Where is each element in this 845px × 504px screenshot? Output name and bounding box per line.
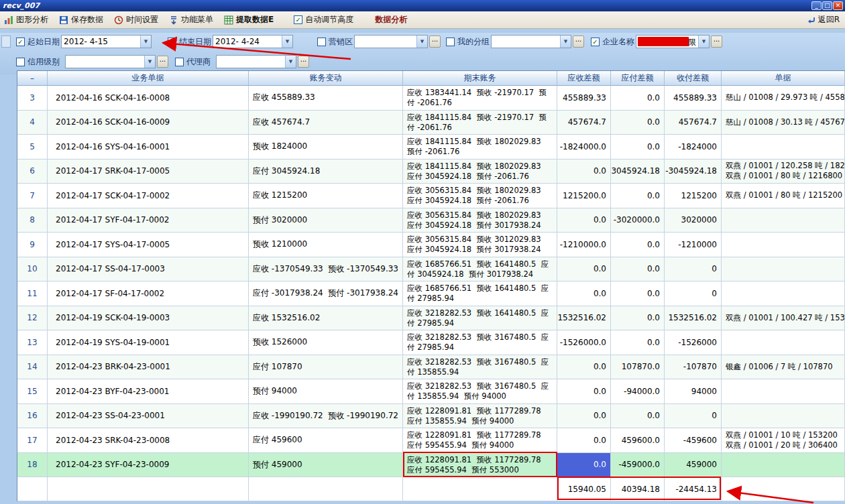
table-row[interactable]: 102012-04-17 SS-04-17-0003应收 -1370549.33… (17, 257, 845, 282)
chevron-down-icon[interactable]: ▼ (282, 36, 292, 48)
change-cell[interactable]: 应收 -1370549.33 预收 -1370549.33 (249, 257, 403, 282)
column-header[interactable]: 单据 (722, 71, 845, 86)
table-row[interactable]: 32012-04-16 SCK-04-16-0008应收 455889.33应收… (17, 86, 845, 111)
detail-cell[interactable] (722, 281, 845, 306)
ending-balance-cell[interactable]: 应收 1685766.51 预收 1641480.5 应付 27985.94 (403, 281, 557, 306)
net-diff-cell[interactable]: -3045924.18 (665, 160, 722, 184)
ending-balance-cell[interactable]: 应收 1841115.84 预收 1802029.83 应付 3045924.1… (403, 160, 557, 184)
pay-diff-cell[interactable]: -459000.0 (611, 453, 665, 478)
recv-diff-cell[interactable]: 457674.7 (557, 111, 611, 135)
detail-cell[interactable]: 双燕 / 01001 / 80 吨 / 1215200 (722, 184, 845, 208)
change-cell[interactable]: 应收 1215200 (249, 184, 403, 208)
detail-cell[interactable]: 双燕 / 01001 / 120.258 吨 / 1829124.18 双燕 /… (722, 160, 845, 184)
start-date-combo[interactable]: 2012- 4-15 ▼ (61, 35, 152, 48)
doc-cell[interactable]: 2012-04-23 SYF-04-23-0009 (48, 453, 249, 478)
doc-cell[interactable]: 2012-04-19 SCK-04-19-0003 (48, 306, 249, 331)
row-number-cell[interactable]: 7 (17, 184, 48, 208)
row-number-cell[interactable]: 13 (17, 330, 48, 355)
recv-diff-cell[interactable]: 1532516.02 (557, 306, 611, 331)
pay-diff-cell[interactable]: 0.0 (611, 281, 665, 306)
pay-diff-cell[interactable]: 0.0 (611, 233, 665, 257)
my-group-more-button[interactable]: ... (573, 36, 584, 48)
recv-diff-cell[interactable]: 0.0 (557, 453, 611, 478)
function-menu-button[interactable]: 功能菜单 (169, 14, 213, 25)
net-diff-cell[interactable]: 94000 (665, 379, 722, 404)
chevron-down-icon[interactable]: ▼ (698, 36, 709, 48)
detail-cell[interactable] (722, 379, 845, 404)
table-row[interactable]: 142012-04-23 BRK-04-23-0001应付 107870应收 3… (17, 355, 845, 380)
recv-diff-cell[interactable]: 0.0 (557, 355, 611, 380)
ending-balance-cell[interactable]: 应收 1841115.84 预收 1802029.83 预付 -2061.76 (403, 135, 557, 160)
chevron-down-icon[interactable]: ▼ (285, 56, 296, 68)
row-number-cell[interactable]: 12 (17, 306, 48, 331)
ending-balance-cell[interactable]: 应收 3056315.84 预收 1802029.83 应付 3045924.1… (403, 184, 557, 208)
my-group-combo[interactable]: ▼ (491, 35, 571, 48)
graph-analysis-button[interactable]: 图形分析 (4, 14, 48, 25)
ending-balance-cell[interactable]: 应收 3056315.84 预收 3012029.83 应付 3045924.1… (403, 233, 557, 257)
table-row[interactable]: 132012-04-19 SYS-04-19-0001预收 1526000应收 … (17, 330, 845, 355)
table-row[interactable]: 162012-04-23 SS-04-23-0001应收 -1990190.72… (17, 404, 845, 429)
start-date-checkbox[interactable]: ✓ (16, 38, 25, 46)
row-number-cell[interactable]: 5 (17, 135, 48, 160)
table-row[interactable]: 182012-04-23 SYF-04-23-0009预付 459000应收 1… (17, 453, 845, 478)
chevron-down-icon[interactable]: ▼ (560, 36, 571, 48)
change-cell[interactable]: 应收 1532516.02 (249, 306, 403, 331)
recv-diff-cell[interactable]: 0.0 (557, 208, 611, 233)
agent-combo[interactable]: ▼ (216, 55, 296, 68)
row-number-cell[interactable]: 8 (17, 208, 48, 233)
pay-diff-cell[interactable]: 3045924.18 (611, 160, 665, 184)
doc-cell[interactable]: 2012-04-17 SF-04-17-0002 (48, 281, 249, 306)
column-header[interactable]: 期末账务 (403, 71, 557, 86)
recv-diff-cell[interactable]: 0.0 (557, 428, 611, 453)
table-row[interactable]: 92012-04-17 SYS-04-17-0005预收 1210000应收 3… (17, 233, 845, 257)
doc-cell[interactable]: 2012-04-16 SYS-04-16-0001 (48, 135, 249, 160)
change-cell[interactable]: 应收 -1990190.72 预收 -1990190.72 (249, 404, 403, 429)
column-header[interactable]: 应付差额 (611, 71, 665, 86)
net-diff-cell[interactable]: 3020000 (665, 208, 722, 233)
recv-diff-cell[interactable]: 0.0 (557, 404, 611, 429)
pay-diff-cell[interactable]: 107870.0 (611, 355, 665, 380)
doc-cell[interactable]: 2012-04-17 SS-04-17-0003 (48, 257, 249, 282)
column-header[interactable]: 账务变动 (249, 71, 403, 86)
net-diff-cell[interactable]: 457674.7 (665, 111, 722, 135)
change-cell[interactable]: 应收 455889.33 (249, 86, 403, 111)
row-number-cell[interactable]: 6 (17, 160, 48, 184)
company-checkbox[interactable]: ✓ (591, 38, 600, 46)
doc-cell[interactable]: 2012-04-17 SYF-04-17-0002 (48, 208, 249, 233)
table-row[interactable]: 72012-04-17 SCK-04-17-0002应收 1215200应收 3… (17, 184, 845, 208)
table-row[interactable]: 122012-04-19 SCK-04-19-0003应收 1532516.02… (17, 306, 845, 331)
end-date-combo[interactable]: 2012- 4-24 ▼ (213, 35, 293, 48)
doc-cell[interactable]: 2012-04-17 SCK-04-17-0002 (48, 184, 249, 208)
change-cell[interactable]: 预收 1210000 (249, 233, 403, 257)
credit-level-combo[interactable]: ▼ (65, 55, 156, 68)
doc-cell[interactable]: 2012-04-17 SYS-04-17-0005 (48, 233, 249, 257)
detail-cell[interactable]: 双燕 / 01001 / 100.427 吨 / 1532516.02 (722, 306, 845, 331)
agent-checkbox[interactable] (175, 58, 184, 66)
time-settings-button[interactable]: 时间设置 (114, 14, 158, 25)
row-number-cell[interactable]: 17 (17, 428, 48, 453)
recv-diff-cell[interactable]: 0.0 (557, 160, 611, 184)
ending-balance-cell[interactable]: 应收 1228091.81 预收 1177289.78 应付 595455.94… (403, 428, 557, 453)
recv-diff-cell[interactable]: -1824000.0 (557, 135, 611, 160)
detail-cell[interactable] (722, 330, 845, 355)
detail-cell[interactable]: 双燕 / 01001 / 10 吨 / 153200 双燕 / 01001 / … (722, 428, 845, 453)
detail-cell[interactable] (722, 453, 845, 478)
ending-balance-cell[interactable]: 应收 1841115.84 预收 -21970.17 预付 -2061.76 (403, 111, 557, 135)
recv-diff-cell[interactable]: 455889.33 (557, 86, 611, 111)
detail-cell[interactable] (722, 135, 845, 160)
doc-cell[interactable]: 2012-04-19 SYS-04-19-0001 (48, 330, 249, 355)
detail-cell[interactable]: 银鑫 / 01006 / 7 吨 / 107870 (722, 355, 845, 380)
doc-cell[interactable]: 2012-04-23 SRK-04-23-0008 (48, 428, 249, 453)
doc-cell[interactable]: 2012-04-23 SS-04-23-0001 (48, 404, 249, 429)
row-number-cell[interactable]: 3 (17, 86, 48, 111)
pay-diff-cell[interactable]: 0.0 (611, 404, 665, 429)
net-diff-cell[interactable]: 1215200 (665, 184, 722, 208)
net-diff-cell[interactable]: -459600 (665, 428, 722, 453)
change-cell[interactable]: 预收 1824000 (249, 135, 403, 160)
change-cell[interactable]: 应付 -3017938.24 预付 -3017938.24 (249, 281, 403, 306)
net-diff-cell[interactable]: 1532516.02 (665, 306, 722, 331)
column-header[interactable]: 收付差额 (665, 71, 722, 86)
pay-diff-cell[interactable]: 459600.0 (611, 428, 665, 453)
change-cell[interactable]: 应收 457674.7 (249, 111, 403, 135)
doc-cell[interactable]: 2012-04-17 SRK-04-17-0005 (48, 160, 249, 184)
